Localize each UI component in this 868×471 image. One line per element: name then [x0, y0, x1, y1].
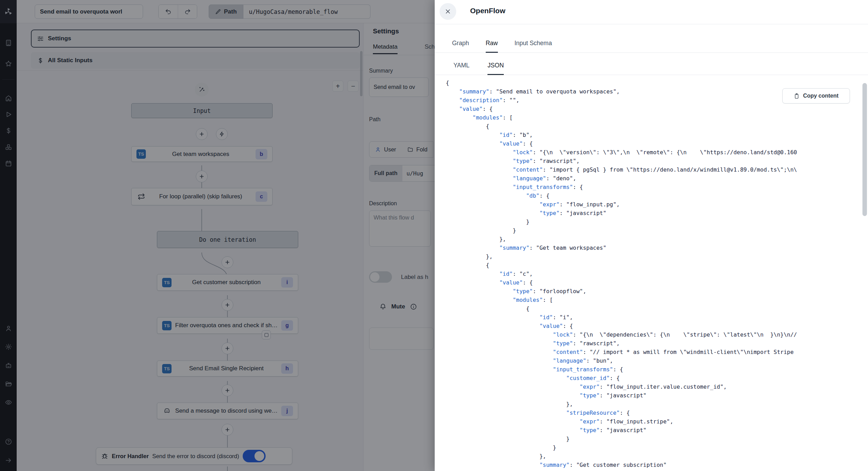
- openflow-drawer: OpenFlow Graph Raw Input Schema YAML JSO…: [435, 0, 868, 471]
- close-drawer-button[interactable]: [440, 3, 456, 20]
- tab-json[interactable]: JSON: [487, 62, 504, 75]
- tab-input-schema[interactable]: Input Schema: [515, 40, 552, 53]
- close-icon: [444, 8, 451, 15]
- drawer-title: OpenFlow: [470, 7, 506, 15]
- tab-raw[interactable]: Raw: [486, 40, 498, 53]
- drawer-tabs: Graph Raw Input Schema: [435, 24, 868, 53]
- drawer-header: OpenFlow: [435, 0, 868, 24]
- windmill-flow-editor: Path u/HugoCasa/memorable_flow Settings …: [0, 0, 868, 471]
- drawer-scrollbar[interactable]: [862, 83, 867, 216]
- format-tabs: YAML JSON: [435, 53, 868, 75]
- tab-yaml[interactable]: YAML: [453, 62, 469, 75]
- json-code-viewer[interactable]: { "summary": "Send email to overquota wo…: [446, 78, 862, 471]
- drawer-backdrop[interactable]: [0, 0, 435, 471]
- tab-graph[interactable]: Graph: [452, 40, 469, 53]
- json-code: { "summary": "Send email to overquota wo…: [446, 78, 862, 469]
